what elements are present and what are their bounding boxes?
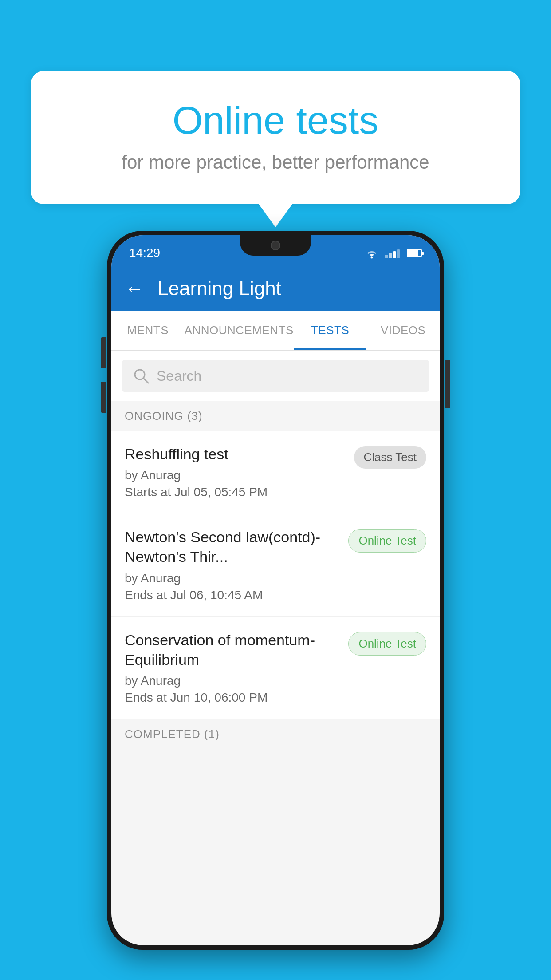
badge-online-test-2: Online Test (348, 529, 426, 553)
tab-videos[interactable]: VIDEOS (366, 311, 440, 350)
test-content-3: Conservation of momentum-Equilibrium by … (125, 630, 339, 705)
badge-online-test-3: Online Test (348, 632, 426, 656)
search-icon (133, 368, 150, 384)
signal-icon (385, 248, 400, 258)
search-container: Search (111, 351, 440, 401)
test-content-1: Reshuffling test by Anurag Starts at Jul… (125, 444, 345, 499)
ongoing-section-header: ONGOING (3) (111, 401, 440, 431)
wifi-icon (364, 247, 380, 259)
svg-point-0 (371, 257, 373, 259)
tests-list: Reshuffling test by Anurag Starts at Jul… (111, 431, 440, 719)
phone-outer: 14:29 (107, 231, 444, 950)
test-content-2: Newton's Second law(contd)-Newton's Thir… (125, 527, 339, 602)
test-item-conservation[interactable]: Conservation of momentum-Equilibrium by … (111, 617, 440, 719)
test-title-3: Conservation of momentum-Equilibrium (125, 630, 339, 669)
search-placeholder: Search (157, 368, 201, 384)
speech-bubble: Online tests for more practice, better p… (31, 71, 520, 204)
completed-label: COMPLETED (1) (125, 727, 220, 741)
search-box[interactable]: Search (122, 360, 429, 392)
app-bar: ← Learning Light (111, 266, 440, 311)
tab-assignments[interactable]: MENTS (111, 311, 185, 350)
status-icons (364, 247, 422, 259)
test-date-1: Starts at Jul 05, 05:45 PM (125, 485, 345, 499)
test-author-3: by Anurag (125, 674, 339, 688)
test-author-1: by Anurag (125, 468, 345, 482)
bubble-title: Online tests (67, 98, 484, 143)
volume-up-button (101, 337, 106, 368)
test-title-2: Newton's Second law(contd)-Newton's Thir… (125, 527, 339, 566)
test-author-2: by Anurag (125, 571, 339, 585)
test-item-newtons[interactable]: Newton's Second law(contd)-Newton's Thir… (111, 514, 440, 616)
test-date-2: Ends at Jul 06, 10:45 AM (125, 588, 339, 602)
test-date-3: Ends at Jun 10, 06:00 PM (125, 691, 339, 705)
notch (240, 235, 311, 256)
bubble-subtitle: for more practice, better performance (67, 152, 484, 173)
badge-class-test-1: Class Test (354, 446, 426, 469)
back-button[interactable]: ← (125, 277, 144, 300)
battery-icon (407, 249, 422, 257)
tab-tests[interactable]: TESTS (294, 311, 367, 350)
status-time: 14:29 (129, 246, 160, 260)
app-bar-title: Learning Light (157, 277, 281, 300)
ongoing-label: ONGOING (3) (125, 409, 203, 423)
front-camera (271, 241, 280, 250)
tabs-bar: MENTS ANNOUNCEMENTS TESTS VIDEOS (111, 311, 440, 351)
phone-inner: 14:29 (111, 235, 440, 945)
completed-section-header: COMPLETED (1) (111, 719, 440, 749)
power-button (445, 360, 450, 408)
test-item-reshuffling[interactable]: Reshuffling test by Anurag Starts at Jul… (111, 431, 440, 514)
svg-line-2 (143, 378, 148, 383)
volume-down-button (101, 382, 106, 413)
test-title-1: Reshuffling test (125, 444, 345, 464)
phone-mockup: 14:29 (107, 231, 444, 950)
tab-announcements[interactable]: ANNOUNCEMENTS (185, 311, 294, 350)
